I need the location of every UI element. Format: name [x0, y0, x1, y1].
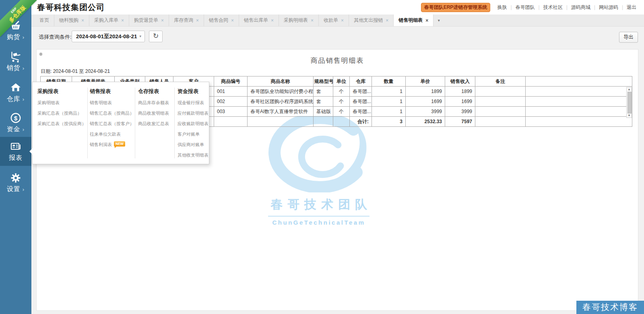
header-link[interactable]: 技术社区 [540, 4, 566, 11]
menu-column: 资金报表现金银行报表应付账款明细表应收账款明细表客户对账单供应商对账单其他收支明… [178, 87, 208, 160]
menu-item[interactable]: 供应商对账单 [178, 139, 208, 150]
refresh-button[interactable]: ↻ [149, 31, 163, 42]
menu-item[interactable]: 采购明细表 [37, 97, 86, 108]
table-cell: 1 [372, 97, 406, 107]
tab[interactable]: 销售合同× [204, 14, 239, 26]
tab-label: 收款单 [324, 17, 338, 24]
menu-item[interactable]: 往来单位欠款表 [90, 129, 134, 139]
tab[interactable]: 物料预购× [54, 14, 89, 26]
tab-close-icon[interactable]: × [121, 18, 124, 23]
total-cell: 3 [372, 117, 406, 127]
menu-item[interactable]: 应付账款明细表 [178, 108, 208, 118]
scroll-up-icon[interactable]: ▲ [627, 88, 632, 91]
tab-label: 首页 [39, 17, 49, 24]
tab-close-icon[interactable]: × [271, 18, 274, 23]
header-right-cluster: 春哥团队ERP进销存管理系统 换肤|春哥团队|技术社区|源码商城|网站源码|退出 [421, 0, 640, 14]
tab[interactable]: 其他支出报销× [349, 14, 394, 26]
company-title: 春哥科技集团公司 [37, 0, 105, 14]
sidebar-item-label: 购货 [7, 33, 21, 40]
gear-icon [0, 171, 31, 185]
warehouse-icon [0, 81, 31, 95]
tab[interactable]: 销售出库单× [239, 14, 279, 26]
total-cell [214, 117, 248, 127]
menu-column: 仓存报表商品库存余额表商品收发明细表商品收发汇总表 [138, 87, 169, 129]
reports-flyout-menu: 采购报表采购明细表采购汇总表（按商品）采购汇总表（按供应商）销售报表销售明细表销… [32, 82, 209, 164]
tab-label: 采购明细表 [284, 17, 308, 24]
tab-overflow-caret-icon[interactable]: ▾ [433, 14, 444, 26]
header-link[interactable]: 退出 [623, 4, 640, 11]
tab[interactable]: 销售明细表× [394, 14, 433, 26]
sidebar-item-warehouse[interactable]: 仓库› [0, 78, 31, 107]
tab-close-icon[interactable]: × [196, 18, 199, 23]
tab[interactable]: 库存查询× [169, 14, 204, 26]
column-header: 商品名称 [248, 76, 314, 87]
header-link[interactable]: 换肤 [493, 4, 510, 11]
table-vertical-scrollbar[interactable]: ▲ ▼ [626, 87, 632, 118]
scroll-down-icon[interactable]: ▼ [627, 114, 632, 117]
tab-close-icon[interactable]: × [311, 18, 314, 23]
sidebar-item-funds[interactable]: $资金› [0, 108, 31, 137]
menu-item[interactable]: 现金银行报表 [178, 97, 208, 108]
menu-item[interactable]: 商品收发明细表 [138, 108, 169, 118]
report-icon [0, 140, 31, 153]
tab-close-icon[interactable]: × [425, 18, 428, 23]
table-cell: 003 [214, 107, 248, 117]
export-button[interactable]: 导出 [619, 32, 638, 43]
table-cell: 个 [333, 87, 350, 97]
sidebar-item-sales[interactable]: 销货› [0, 47, 31, 76]
menu-item[interactable]: 采购汇总表（按供应商） [37, 118, 86, 129]
menu-item[interactable]: 销售明细表 [90, 97, 134, 108]
tab-label: 其他支出报销 [354, 17, 383, 24]
tab-close-icon[interactable]: × [81, 18, 84, 23]
tab[interactable]: 首页 [35, 14, 54, 26]
sidebar-item-purchase[interactable]: 购货› [0, 16, 31, 45]
table-cell: 1899 [445, 87, 475, 97]
header-link[interactable]: 春哥团队 [512, 4, 539, 11]
table-cell: 3999 [445, 107, 475, 117]
column-header: 仓库 [350, 76, 372, 87]
header-link[interactable]: 源码商城 [568, 4, 594, 11]
chevron-right-icon: › [23, 34, 25, 40]
tab[interactable]: 购货退货单× [129, 14, 169, 26]
menu-item[interactable]: 销售汇总表（按商品） [90, 108, 134, 118]
sidebar-item-label-row: 资金› [0, 125, 31, 134]
table-cell: 3999 [406, 107, 445, 117]
table-cell: 套 [314, 87, 333, 97]
table-cell: 套 [314, 97, 333, 107]
menu-item[interactable]: 商品收发汇总表 [138, 118, 169, 129]
menu-item[interactable]: 采购汇总表（按商品） [37, 108, 86, 118]
tab-close-icon[interactable]: × [341, 18, 344, 23]
menu-item[interactable]: 销售利润表NEW [90, 139, 134, 150]
menu-item[interactable]: 其他收支明细表 [178, 150, 208, 160]
menu-divider [135, 88, 135, 158]
tab-close-icon[interactable]: × [231, 18, 234, 23]
menu-item[interactable]: 商品库存余额表 [138, 97, 169, 108]
sidebar-item-label: 销货 [7, 64, 21, 71]
sidebar-item-reports[interactable]: 报表 [0, 137, 31, 166]
column-header: 商品编号 [214, 76, 248, 87]
header-link[interactable]: 网站源码 [595, 4, 622, 11]
tab[interactable]: 采购入库单× [89, 14, 129, 26]
table-cell [526, 107, 632, 117]
trolley-icon [0, 50, 31, 64]
system-name-badge[interactable]: 春哥团队ERP进销存管理系统 [421, 3, 491, 12]
menu-item[interactable]: 销售汇总表（按客户） [90, 118, 134, 129]
tab[interactable]: 收款单× [319, 14, 349, 26]
query-condition-label: 选择查询条件: [39, 33, 72, 41]
menu-item[interactable]: 应收账款明细表 [178, 118, 208, 129]
tab-close-icon[interactable]: × [386, 18, 388, 23]
scrollbar-thumb[interactable] [627, 92, 632, 114]
sidebar-item-label: 设置 [7, 186, 21, 192]
table-cell: 基础版 [314, 107, 333, 117]
tab-label: 库存查询 [174, 17, 193, 24]
menu-section-title: 销售报表 [90, 87, 134, 97]
basket-icon [0, 19, 31, 33]
date-range-select[interactable]: 2024-08-01至2024-08-21 ▾ [72, 31, 145, 42]
tab-bar: 首页物料预购×采购入库单×购货退货单×库存查询×销售合同×销售出库单×采购明细表… [31, 14, 644, 27]
table-cell: 春哥AI数字人直播带货软件 [248, 107, 314, 117]
sidebar-item-settings[interactable]: 设置› [0, 168, 31, 197]
menu-item[interactable]: 客户对账单 [178, 129, 208, 139]
tab-label: 物料预购 [59, 17, 78, 24]
tab[interactable]: 采购明细表× [279, 14, 319, 26]
tab-close-icon[interactable]: × [161, 18, 164, 23]
